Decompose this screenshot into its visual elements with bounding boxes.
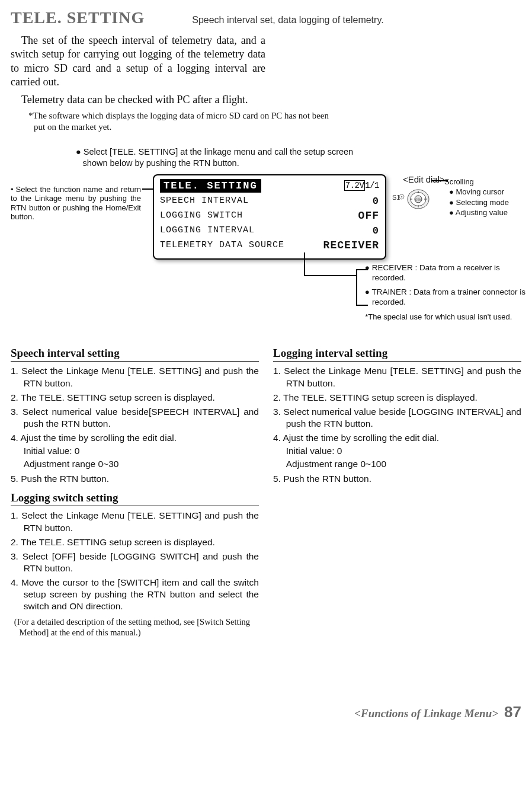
lcd-value: 0 — [373, 195, 379, 207]
lcd-row-loginterval: LOGGING INTERVAL 0 — [160, 225, 379, 237]
lcd-value: 0 — [373, 225, 379, 237]
step: 1. Select the Linkage Menu [TELE. SETTIN… — [11, 510, 259, 533]
step: 5. Push the RTN button. — [11, 473, 259, 485]
section-heading-speech: Speech interval setting — [11, 346, 259, 362]
svg-point-1 — [401, 196, 403, 197]
dial-bullets: Scrolling ● Moving cursor ● Selecting mo… — [444, 177, 509, 218]
page-title: TELE. SETTING — [11, 7, 145, 28]
step: 3. Select numerical value beside [LOGGIN… — [273, 406, 521, 430]
step: 3. Select [OFF] beside [LOGGING SWITCH] … — [11, 551, 259, 574]
dial-bullet: ● Adjusting value — [449, 207, 509, 218]
section-heading-logswitch: Logging switch setting — [11, 491, 259, 507]
lcd-label: TELEMETRY DATA SOURCE — [160, 240, 284, 251]
callout-line — [142, 188, 153, 190]
step-sub: Adjustment range 0~100 — [273, 458, 521, 470]
step: 4. Ajust the time by scrolling the edit … — [273, 432, 521, 444]
center-instruction: ● Select [TELE. SETTING] at the linkage … — [76, 146, 367, 168]
step-sub: Initial value: 0 — [11, 445, 259, 457]
step: 4. Move the cursor to the [SWITCH] item … — [11, 577, 259, 612]
diagram-area: Select the function name and return to t… — [11, 174, 521, 334]
lcd-value: OFF — [358, 209, 379, 223]
lcd-label: LOGGING SWITCH — [160, 210, 243, 222]
header-row: TELE. SETTING Speech interval set, data … — [11, 7, 521, 28]
lcd-row-logswitch: LOGGING SWITCH OFF — [160, 209, 379, 223]
step: 1. Select the Linkage Menu [TELE. SETTIN… — [273, 365, 521, 389]
intro-note: *The software which displays the logging… — [28, 110, 342, 133]
svg-text:RTN: RTN — [415, 198, 422, 202]
step: 3. Select numerical value beside[SPEECH … — [11, 406, 259, 430]
callout-trainer: ● TRAINER : Data from a trainer connecto… — [336, 287, 526, 308]
battery-icon: 7.2V — [344, 180, 366, 191]
intro-p2: Telemetry data can be checked with PC af… — [11, 93, 265, 107]
intro-p1: The set of the speech interval of teleme… — [11, 34, 265, 89]
step-sub: Adjustment range 0~30 — [11, 458, 259, 470]
logswitch-steps: 1. Select the Linkage Menu [TELE. SETTIN… — [11, 510, 259, 612]
step: 2. The TELE. SETTING setup screen is dis… — [11, 392, 259, 404]
dial-head: Scrolling — [444, 177, 509, 187]
left-callout: Select the function name and return to t… — [11, 185, 141, 222]
lcd-page: 1/1 — [365, 181, 379, 190]
callout-footnote: *The special use for which usual isn't u… — [336, 312, 526, 322]
left-column: Speech interval setting 1. Select the Li… — [11, 340, 259, 638]
step: 2. The TELE. SETTING setup screen is dis… — [11, 536, 259, 548]
logswitch-footnote: (For a detailed description of the setti… — [11, 616, 259, 638]
dial-bullet: ● Selecting mode — [449, 197, 509, 208]
step: 4. Ajust the time by scrolling the edit … — [11, 432, 259, 444]
callout-receiver: ● RECEIVER : Data from a receiver is rec… — [336, 263, 526, 283]
page-footer: <Functions of Linkage Menu> 87 — [354, 702, 521, 722]
intro-block: The set of the speech interval of teleme… — [11, 34, 265, 107]
lcd-row-source: TELEMETRY DATA SOURCE RECEIVER — [160, 239, 379, 252]
lcd-label: LOGGING INTERVAL — [160, 225, 255, 236]
lcd-titlebar: TELE. SETTING 7.2V1/1 — [160, 179, 379, 193]
lcd-battery-page: 7.2V1/1 — [344, 181, 379, 191]
edit-dial-icon: RTN — [398, 185, 431, 216]
connector-line — [304, 252, 305, 276]
section-heading-loginterval: Logging interval setting — [273, 346, 521, 362]
step: 2. The TELE. SETTING setup screen is dis… — [273, 392, 521, 404]
footer-page-number: 87 — [504, 702, 521, 722]
step: 1. Select the Linkage Menu [TELE. SETTIN… — [11, 365, 259, 389]
right-column: Logging interval setting 1. Select the L… — [273, 340, 521, 638]
lcd-value: RECEIVER — [323, 239, 379, 252]
lcd-row-speech: SPEECH INTERVAL 0 — [160, 195, 379, 207]
right-callouts: ● RECEIVER : Data from a receiver is rec… — [336, 263, 526, 322]
dial-bullet: ● Moving cursor — [449, 187, 509, 197]
loginterval-steps: 1. Select the Linkage Menu [TELE. SETTIN… — [273, 365, 521, 484]
lcd-screen-title: TELE. SETTING — [160, 179, 261, 193]
step: 5. Push the RTN button. — [273, 473, 521, 485]
footer-section-title: <Functions of Linkage Menu> — [354, 707, 498, 721]
content-columns: Speech interval setting 1. Select the Li… — [11, 340, 521, 638]
lcd-label: SPEECH INTERVAL — [160, 196, 249, 207]
page-subtitle: Speech interval set, data logging of tel… — [192, 14, 383, 26]
speech-steps: 1. Select the Linkage Menu [TELE. SETTIN… — [11, 365, 259, 484]
step-sub: Initial value: 0 — [273, 445, 521, 457]
lcd-screen: TELE. SETTING 7.2V1/1 SPEECH INTERVAL 0 … — [153, 174, 386, 260]
